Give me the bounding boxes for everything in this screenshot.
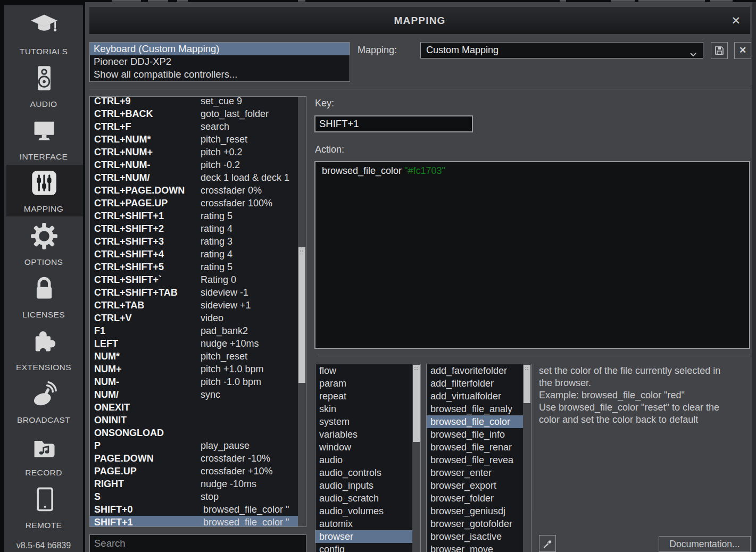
key-binding-row[interactable]: CTRL+NUM/deck 1 load & deck 1 xyxy=(90,171,298,184)
key-binding-action xyxy=(201,414,298,426)
key-binding-row[interactable]: CTRL+BACKgoto_last_folder xyxy=(90,107,298,120)
action-name-item[interactable]: browsed_file_color xyxy=(427,415,523,428)
key-binding-row[interactable]: Sstop xyxy=(90,490,298,503)
action-category-item[interactable]: window xyxy=(315,441,412,454)
delete-mapping-button[interactable]: ✕ xyxy=(734,42,751,59)
key-binding-row[interactable]: SHIFT+1 browsed_file_color " xyxy=(90,516,298,527)
action-category-item[interactable]: audio_scratch xyxy=(315,492,412,505)
key-binding-row[interactable]: CTRL+PAGE.DOWNcrossfader 0% xyxy=(90,184,298,197)
key-binding-row[interactable]: NUM-pitch -1.0 bpm xyxy=(90,375,298,388)
separator-right xyxy=(318,356,750,356)
action-category-item[interactable]: audio_volumes xyxy=(315,505,412,517)
save-mapping-button[interactable] xyxy=(711,42,728,59)
action-name-item[interactable]: browser_geniusdj xyxy=(427,505,523,517)
controller-list-item[interactable]: Pioneer DDJ-XP2 xyxy=(90,55,350,68)
scrollbar-thumb[interactable] xyxy=(413,365,420,442)
key-binding-row[interactable]: NUM*pitch_reset xyxy=(90,350,298,363)
action-category-item[interactable]: automix xyxy=(315,517,412,530)
top-edge-artifact xyxy=(112,0,141,2)
scrollbar-thumb[interactable] xyxy=(524,365,530,403)
action-category-item[interactable]: repeat xyxy=(315,390,412,403)
key-binding-key: NUM/ xyxy=(90,388,201,401)
action-scrollbar[interactable] xyxy=(523,364,531,552)
key-binding-row[interactable]: CTRL+TABsideview +1 xyxy=(90,299,298,312)
key-binding-row[interactable]: CTRL+9set_cue 9 xyxy=(90,96,298,107)
key-binding-row[interactable]: Pplay_pause xyxy=(90,439,298,452)
key-binding-row[interactable]: CTRL+SHIFT+TABsideview -1 xyxy=(90,286,298,299)
key-binding-row[interactable]: CTRL+PAGE.UPcrossfader 100% xyxy=(90,197,298,210)
key-binding-row[interactable]: CTRL+SHIFT+4rating 4 xyxy=(90,248,298,261)
action-name-item[interactable]: browsed_file_renar xyxy=(427,441,523,454)
key-binding-row[interactable]: CTRL+NUM-pitch -0.2 xyxy=(90,158,298,171)
key-binding-row[interactable]: NUM+pitch +1.0 bpm xyxy=(90,363,298,375)
action-name-item[interactable]: add_filterfolder xyxy=(427,377,523,390)
key-binding-row[interactable]: CTRL+NUM*pitch_reset xyxy=(90,133,298,146)
key-input[interactable] xyxy=(315,116,472,131)
action-category-item[interactable]: browser xyxy=(315,530,412,543)
sidebar-item-label: EXTENSIONS xyxy=(4,363,83,372)
key-binding-row[interactable]: ONEXIT xyxy=(90,401,298,414)
action-name-item[interactable]: browsed_file_revea xyxy=(427,454,523,466)
key-binding-row[interactable]: CTRL+NUM+pitch +0.2 xyxy=(90,146,298,158)
action-category-item[interactable]: param xyxy=(315,377,412,390)
action-category-item[interactable]: flow xyxy=(315,364,412,377)
action-category-item[interactable]: variables xyxy=(315,428,412,441)
key-binding-action: crossfader 100% xyxy=(201,197,298,210)
scrollbar-thumb[interactable] xyxy=(298,247,305,383)
controller-list-item[interactable]: Keyboard (Custom Mapping) xyxy=(90,43,350,55)
key-binding-row[interactable]: PAGE.DOWNcrossfader -10% xyxy=(90,452,298,465)
key-binding-key: ONEXIT xyxy=(90,401,201,414)
key-binding-action: rating 4 xyxy=(201,222,298,235)
action-name-item[interactable]: browser_enter xyxy=(427,466,523,479)
chevron-down-icon xyxy=(690,49,696,58)
key-list-scrollbar[interactable] xyxy=(298,97,306,526)
category-scrollbar[interactable] xyxy=(412,364,420,552)
key-binding-row[interactable]: SHIFT+0 browsed_file_color " xyxy=(90,503,298,516)
key-binding-key: CTRL+TAB xyxy=(90,299,201,312)
action-name-item[interactable]: browser_move xyxy=(427,543,523,552)
action-category-item[interactable]: system xyxy=(315,415,412,428)
key-binding-key: CTRL+F xyxy=(90,120,201,133)
action-editor[interactable]: browsed_file_color "#fc1703" xyxy=(314,161,750,349)
action-name-item[interactable]: browsed_file_analy xyxy=(427,403,523,415)
key-binding-action xyxy=(201,401,298,414)
action-category-item[interactable]: audio_inputs xyxy=(315,479,412,492)
action-name-item[interactable]: browsed_file_info xyxy=(427,428,523,441)
key-binding-row[interactable]: PAGE.UPcrossfader +10% xyxy=(90,465,298,478)
controller-list: Keyboard (Custom Mapping)Pioneer DDJ-XP2… xyxy=(89,42,350,82)
search-input[interactable] xyxy=(90,535,306,552)
x-icon: ✕ xyxy=(735,43,751,58)
key-binding-row[interactable]: CTRL+SHIFT+`Rating 0 xyxy=(90,273,298,286)
key-binding-row[interactable]: ONSONGLOAD xyxy=(90,426,298,439)
action-name-list: add_favoritefolderadd_filterfolderadd_vi… xyxy=(426,364,531,552)
key-binding-row[interactable]: NUM/sync xyxy=(90,388,298,401)
key-binding-row[interactable]: CTRL+SHIFT+1rating 5 xyxy=(90,210,298,222)
action-category-item[interactable]: audio xyxy=(315,454,412,466)
action-name-item[interactable]: add_favoritefolder xyxy=(427,364,523,377)
key-binding-row[interactable]: LEFTnudge +10ms xyxy=(90,337,298,350)
padlock-icon xyxy=(30,275,58,303)
key-binding-row[interactable]: CTRL+Fsearch xyxy=(90,120,298,133)
action-name-item[interactable]: browser_gotofolder xyxy=(427,517,523,530)
action-name-item[interactable]: browser_isactive xyxy=(427,530,523,543)
key-binding-row[interactable]: RIGHTnudge -10ms xyxy=(90,478,298,490)
close-icon[interactable]: ✕ xyxy=(731,7,741,34)
key-binding-row[interactable]: CTRL+SHIFT+3rating 3 xyxy=(90,235,298,248)
action-name-item[interactable]: browser_folder xyxy=(427,492,523,505)
controller-list-item[interactable]: Show all compatible controllers... xyxy=(90,68,350,81)
key-binding-row[interactable]: ONINIT xyxy=(90,414,298,426)
action-name-item[interactable]: add_virtualfolder xyxy=(427,390,523,403)
action-category-item[interactable]: audio_controls xyxy=(315,466,412,479)
documentation-button[interactable]: Documentation... xyxy=(659,536,751,552)
color-picker-button[interactable] xyxy=(539,535,556,552)
key-binding-row[interactable]: CTRL+SHIFT+5rating 5 xyxy=(90,261,298,273)
key-binding-row[interactable]: F1pad_bank2 xyxy=(90,324,298,337)
tablet-icon xyxy=(30,486,58,514)
key-binding-row[interactable]: CTRL+Vvideo xyxy=(90,312,298,324)
action-category-item[interactable]: config xyxy=(315,543,412,552)
key-binding-key: CTRL+BACK xyxy=(90,107,201,120)
key-binding-row[interactable]: CTRL+SHIFT+2rating 4 xyxy=(90,222,298,235)
action-name-item[interactable]: browser_export xyxy=(427,479,523,492)
action-category-item[interactable]: skin xyxy=(315,403,412,415)
mapping-dropdown[interactable]: Custom Mapping xyxy=(420,42,703,58)
